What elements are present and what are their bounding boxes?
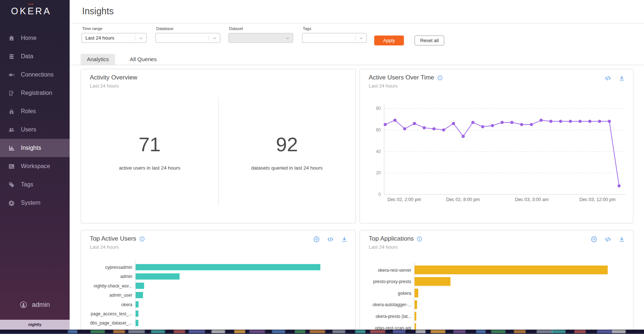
tab-all-queries[interactable]: All Queries [124, 54, 163, 65]
tags-select[interactable] [302, 33, 367, 43]
stats-divider [218, 98, 219, 205]
bar-label: okera-presto (lat... [376, 314, 411, 319]
datasets-queried-stat: 92 datasets queried in last 24 hours [218, 98, 356, 205]
top-applications-chart: okera-rest-serverpresto-proxy-prestogoke… [360, 230, 633, 330]
y-tick-label: 60 [376, 127, 381, 133]
sidebar-item-label: Users [21, 126, 36, 133]
data-point [461, 135, 465, 138]
sidebar-item-roles[interactable]: Roles [0, 102, 70, 120]
home-icon [8, 35, 15, 41]
page-title: Insights [82, 6, 114, 16]
bar [136, 311, 139, 317]
stat-value: 92 [276, 133, 298, 156]
dataset-select [228, 33, 293, 43]
sidebar-item-label: Insights [21, 145, 41, 151]
data-point [578, 120, 582, 123]
bar-label: dbs_page_dataset_... [90, 320, 132, 326]
data-point [598, 120, 601, 123]
data-point [501, 121, 504, 124]
data-point [481, 125, 485, 129]
apply-button[interactable]: Apply [374, 36, 404, 45]
data-point [540, 119, 543, 122]
chevron-down-icon [139, 36, 143, 41]
users-icon [8, 127, 15, 133]
user-avatar-icon [20, 301, 27, 308]
y-tick-label: 0 [378, 192, 381, 197]
top-active-users-card: Top Active Users Last 24 hours cypressad… [81, 230, 356, 330]
data-point [413, 122, 416, 125]
time-range-value: Last 24 hours [85, 35, 114, 41]
bar-label: admin [120, 274, 132, 279]
sidebar-item-connections[interactable]: Connections [0, 66, 70, 84]
filter-dataset-label: Dataset [229, 26, 293, 31]
data-point [510, 121, 514, 124]
data-point [520, 123, 523, 126]
sidebar: OKERA HomeDataConnectionsRegistrationRol… [0, 0, 70, 330]
data-point [569, 120, 572, 123]
sidebar-item-home[interactable]: Home [0, 29, 70, 47]
os-taskbar[interactable] [0, 330, 644, 334]
filter-dataset: Dataset [228, 26, 293, 43]
main-content: Insights Time range Last 24 hours Databa… [70, 0, 644, 330]
bar [136, 264, 320, 270]
data-point [491, 124, 494, 127]
database-select[interactable] [155, 33, 220, 43]
bar [415, 300, 417, 309]
bar-label: okera-rest-server [378, 268, 411, 273]
filter-database-label: Database [156, 26, 220, 31]
data-point [471, 121, 475, 124]
okera-logo[interactable]: OKERA [11, 6, 51, 16]
sidebar-item-label: Home [21, 35, 37, 41]
sidebar-item-users[interactable]: Users [0, 120, 70, 139]
sidebar-item-registration[interactable]: Registration [0, 84, 70, 102]
gear-icon [8, 200, 15, 206]
filter-database: Database [155, 26, 220, 43]
tab-analytics[interactable]: Analytics [81, 54, 115, 65]
bar-label: presto-proxy-presto [373, 279, 411, 284]
sidebar-item-workspace[interactable]: Workspace [0, 157, 70, 175]
chevron-down-icon [285, 36, 290, 41]
insights-icon [8, 145, 15, 151]
bar-label: nightly-check_wor... [94, 283, 132, 289]
top-active-users-chart: cypressadminadminnightly-check_wor...adm… [81, 230, 356, 330]
plug-icon [8, 72, 15, 78]
bar [136, 283, 144, 289]
bar-label: admin_user [109, 293, 132, 298]
stat-caption: active users in last 24 hours [119, 165, 180, 171]
sidebar-item-label: Tags [21, 181, 33, 188]
stat-value: 71 [139, 133, 161, 156]
bar [136, 273, 180, 279]
sidebar-item-insights[interactable]: Insights [0, 139, 70, 157]
y-tick-label: 40 [376, 149, 381, 154]
bar-label: odas-rest-scan-api [375, 326, 411, 330]
sidebar-item-system[interactable]: System [0, 194, 70, 212]
x-tick-label: Dec 03, 12:00 pm [579, 197, 616, 202]
tabs: Analytics All Queries [81, 54, 163, 65]
card-title: Activity Overview [90, 74, 137, 81]
sidebar-item-label: Data [21, 53, 33, 60]
sidebar-item-label: Workspace [21, 163, 50, 170]
active-users-line-chart: 806040200Dec 02, 2:00 pmDec 02, 8:00 pmD… [360, 69, 633, 223]
bar [415, 323, 416, 330]
bar [415, 289, 418, 297]
user-menu[interactable]: admin [0, 299, 70, 311]
data-point [442, 128, 445, 131]
data-point [423, 126, 426, 130]
environment-badge: nightly [0, 320, 70, 330]
time-range-select[interactable]: Last 24 hours [81, 33, 147, 43]
filter-time-range: Time range Last 24 hours [81, 26, 147, 43]
stat-caption: datasets queried in last 24 hours [251, 165, 323, 171]
bar [136, 301, 139, 308]
y-tick-label: 20 [376, 170, 381, 175]
sidebar-item-data[interactable]: Data [0, 47, 70, 66]
sidebar-item-tags[interactable]: Tags [0, 175, 70, 194]
reset-all-button[interactable]: Reset all [415, 36, 444, 45]
data-point [384, 123, 387, 126]
sidebar-item-label: Connections [21, 71, 54, 78]
sidebar-item-label: System [21, 200, 40, 206]
bar-label: gokera [398, 291, 411, 296]
database-icon [8, 53, 15, 60]
sidebar-item-label: Registration [21, 90, 52, 96]
card-subtitle: Last 24 hours [90, 83, 119, 89]
data-point [618, 184, 621, 188]
